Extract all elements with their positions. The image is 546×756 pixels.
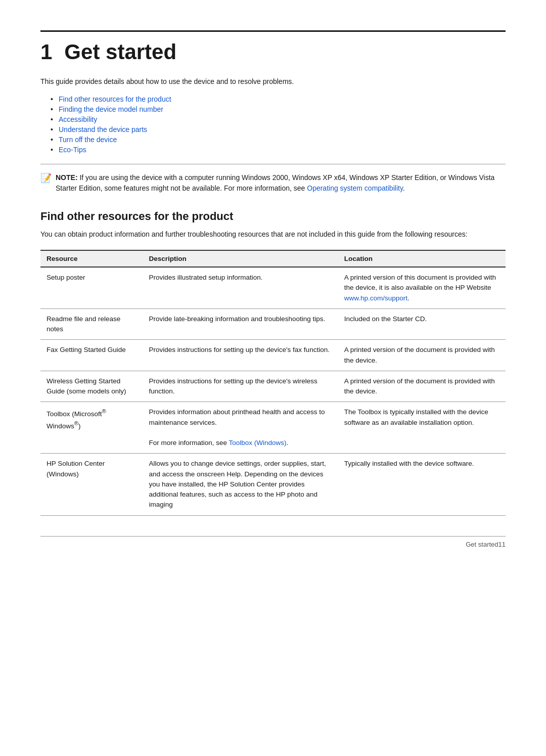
- location-cell-4: A printed version of the document is pro…: [338, 371, 506, 402]
- note-box: 📝 NOTE: If you are using the device with…: [40, 172, 506, 194]
- section-heading: Find other resources for the product: [40, 210, 506, 223]
- toc-link-1[interactable]: Find other resources for the product: [59, 95, 171, 103]
- resource-cell-4: Wireless Getting Started Guide (some mod…: [40, 371, 143, 402]
- table-row: Fax Getting Started Guide Provides instr…: [40, 340, 506, 371]
- table-row: Setup poster Provides illustrated setup …: [40, 267, 506, 308]
- location-cell-1: A printed version of this document is pr…: [338, 267, 506, 308]
- footer-page-number: 11: [498, 541, 506, 548]
- chapter-number: 1: [40, 40, 52, 64]
- toc-list: Find other resources for the product Fin…: [40, 95, 506, 154]
- toolbox-desc-2: For more information, see: [149, 439, 229, 447]
- chapter-title-text: Get started: [64, 40, 176, 64]
- description-cell-6: Allows you to change device settings, or…: [143, 454, 338, 515]
- toc-link-5[interactable]: Turn off the device: [59, 136, 117, 144]
- resources-table: Resource Description Location Setup post…: [40, 250, 506, 516]
- toolbox-link[interactable]: Toolbox (Windows): [229, 439, 286, 447]
- table-row: Toolbox (Microsoft® Windows®) Provides i…: [40, 402, 506, 454]
- chapter-title: 1Get started: [40, 40, 506, 64]
- toc-item-4: Understand the device parts: [51, 125, 506, 134]
- toc-link-3[interactable]: Accessibility: [59, 115, 97, 123]
- toc-item-6: Eco-Tips: [51, 146, 506, 154]
- location-cell-5: The Toolbox is typically installed with …: [338, 402, 506, 454]
- resource-cell-6: HP Solution Center (Windows): [40, 454, 143, 515]
- toolbox-desc-1: Provides information about printhead hea…: [149, 408, 325, 426]
- footer-chapter-name: Get started: [466, 541, 498, 548]
- note-label: NOTE:: [56, 173, 78, 182]
- note-end: .: [403, 184, 405, 192]
- resource-cell-3: Fax Getting Started Guide: [40, 340, 143, 371]
- location-cell-6: Typically installed with the device soft…: [338, 454, 506, 515]
- page-footer: Get started 11: [40, 536, 506, 548]
- toc-item-3: Accessibility: [51, 115, 506, 123]
- toolbox-desc-end: .: [287, 439, 289, 447]
- table-row: Wireless Getting Started Guide (some mod…: [40, 371, 506, 402]
- note-text: NOTE: If you are using the device with a…: [56, 172, 506, 194]
- location-cell-3: A printed version of the document is pro…: [338, 340, 506, 371]
- chapter-header: 1Get started: [40, 30, 506, 64]
- section-intro: You can obtain product information and f…: [40, 229, 506, 240]
- col-header-resource: Resource: [40, 250, 143, 267]
- toc-item-1: Find other resources for the product: [51, 95, 506, 103]
- resource-cell-1: Setup poster: [40, 267, 143, 308]
- toc-item-2: Finding the device model number: [51, 105, 506, 113]
- location-cell-2: Included on the Starter CD.: [338, 308, 506, 340]
- note-body: If you are using the device with a compu…: [56, 173, 494, 192]
- section-divider: [40, 164, 506, 164]
- table-header-row: Resource Description Location: [40, 250, 506, 267]
- intro-paragraph: This guide provides details about how to…: [40, 76, 506, 87]
- col-header-location: Location: [338, 250, 506, 267]
- resource-cell-5: Toolbox (Microsoft® Windows®): [40, 402, 143, 454]
- resource-cell-2: Readme file and release notes: [40, 308, 143, 340]
- description-cell-4: Provides instructions for setting up the…: [143, 371, 338, 402]
- description-cell-2: Provide late-breaking information and tr…: [143, 308, 338, 340]
- col-header-description: Description: [143, 250, 338, 267]
- note-icon: 📝: [40, 171, 52, 194]
- toc-item-5: Turn off the device: [51, 136, 506, 144]
- description-cell-5: Provides information about printhead hea…: [143, 402, 338, 454]
- toc-link-4[interactable]: Understand the device parts: [59, 125, 147, 134]
- description-cell-3: Provides instructions for setting up the…: [143, 340, 338, 371]
- note-link[interactable]: Operating system compatibility: [307, 184, 403, 192]
- table-row: HP Solution Center (Windows) Allows you …: [40, 454, 506, 515]
- description-cell-1: Provides illustrated setup information.: [143, 267, 338, 308]
- toc-link-2[interactable]: Finding the device model number: [59, 105, 163, 113]
- toc-link-6[interactable]: Eco-Tips: [59, 146, 86, 154]
- table-row: Readme file and release notes Provide la…: [40, 308, 506, 340]
- hp-website-link[interactable]: www.hp.com/support: [344, 294, 407, 302]
